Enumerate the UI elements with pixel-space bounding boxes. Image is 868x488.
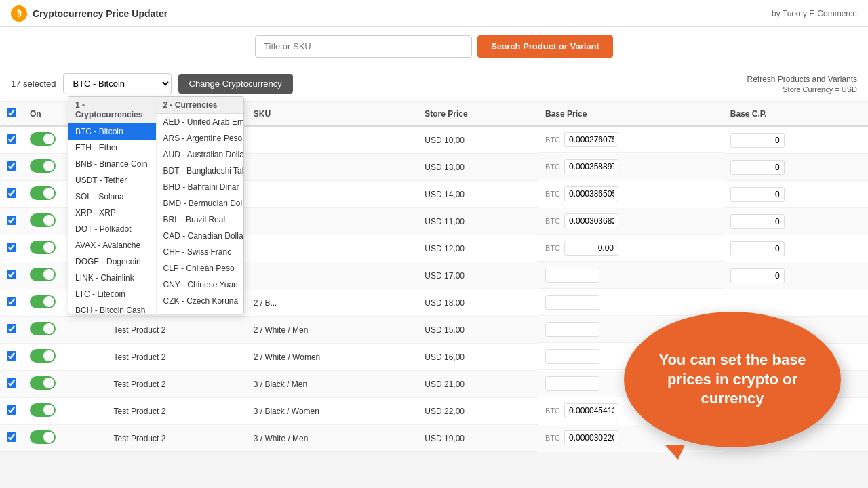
base-price-input[interactable] xyxy=(564,214,618,228)
row-base-price xyxy=(538,262,724,289)
base-price-input[interactable] xyxy=(564,186,618,201)
col-checkbox xyxy=(0,102,23,126)
row-variant: Test Product 2 xyxy=(107,398,247,425)
base-cp-input[interactable] xyxy=(730,241,785,256)
row-checkbox[interactable] xyxy=(7,324,16,333)
row-toggle[interactable] xyxy=(30,349,56,363)
crypto-column: 1 - Cryptocurrencies BTC - BitcoinETH - … xyxy=(68,97,157,314)
base-price-input[interactable] xyxy=(564,241,618,256)
dropdown-crypto-item[interactable]: BCH - Bitcoin Cash xyxy=(68,302,156,314)
row-toggle[interactable] xyxy=(30,403,56,417)
dropdown-crypto-item[interactable]: BTC - Bitcoin xyxy=(68,123,156,140)
base-cp-input[interactable] xyxy=(730,187,785,202)
row-toggle[interactable] xyxy=(30,159,56,173)
base-price-input[interactable] xyxy=(545,295,599,310)
row-toggle[interactable] xyxy=(30,295,56,308)
base-price-input[interactable] xyxy=(564,430,618,445)
dropdown-currency-item[interactable]: DKK - Danish Krone xyxy=(157,309,244,314)
row-store-price: USD 22,00 xyxy=(418,398,538,425)
row-checkbox-cell xyxy=(0,398,23,425)
row-checkbox[interactable] xyxy=(7,243,16,252)
search-input[interactable] xyxy=(255,35,472,58)
dropdown-currency-item[interactable]: BMD - Bermudian Dollar xyxy=(157,195,244,211)
base-cp-input[interactable] xyxy=(730,268,785,283)
dropdown-crypto-item[interactable]: AVAX - Avalanche xyxy=(68,237,156,253)
dropdown-crypto-item[interactable]: LTC - Litecoin xyxy=(68,286,156,302)
row-variant: Test Product 2 xyxy=(107,425,247,452)
row-checkbox[interactable] xyxy=(7,134,16,144)
info-bubble: You can set the base prices in crypto or… xyxy=(624,312,841,447)
dropdown-currency-item[interactable]: ARS - Argentine Peso xyxy=(157,130,244,146)
dropdown-crypto-item[interactable]: USDT - Tether xyxy=(68,172,156,188)
row-checkbox-cell xyxy=(0,154,23,181)
row-toggle[interactable] xyxy=(30,322,56,336)
select-all-checkbox[interactable] xyxy=(7,108,16,117)
row-toggle-cell xyxy=(23,425,107,452)
row-toggle[interactable] xyxy=(30,241,56,254)
row-store-price: USD 12,00 xyxy=(418,235,538,262)
base-price-input[interactable] xyxy=(545,268,599,283)
row-base-cp xyxy=(724,208,868,235)
base-cp-input[interactable] xyxy=(730,214,785,229)
dropdown-crypto-item[interactable]: LINK - Chainlink xyxy=(68,270,156,286)
search-button[interactable]: Search Product or Variant xyxy=(477,35,613,58)
row-checkbox[interactable] xyxy=(7,405,16,415)
dropdown-currency-item[interactable]: BHD - Bahraini Dinar xyxy=(157,179,244,195)
row-store-price: USD 14,00 xyxy=(418,181,538,208)
dropdown-crypto-item[interactable]: XRP - XRP xyxy=(68,205,156,221)
dropdown-crypto-item[interactable]: DOT - Polkadot xyxy=(68,221,156,237)
row-checkbox[interactable] xyxy=(7,270,16,279)
row-toggle[interactable] xyxy=(30,430,56,444)
row-toggle-cell xyxy=(23,371,107,398)
row-sku: 2 / B... xyxy=(247,289,418,317)
selected-count: 17 selected xyxy=(11,79,56,89)
dropdown-crypto-item[interactable]: BNB - Binance Coin xyxy=(68,156,156,172)
search-bar: Search Product or Variant xyxy=(0,27,868,66)
row-base-price xyxy=(538,289,724,316)
dropdown-currency-item[interactable]: CAD - Canadian Dollar xyxy=(157,228,244,244)
row-toggle[interactable] xyxy=(30,268,56,281)
row-sku: 3 / Black / Women xyxy=(247,398,418,425)
col-base-price: Base Price xyxy=(538,102,724,126)
header-left: ₿ Cryptocurrency Price Updater xyxy=(11,5,167,22)
row-toggle[interactable] xyxy=(30,214,56,227)
dropdown-currency-item[interactable]: AUD - Australian Dollar xyxy=(157,146,244,163)
row-toggle[interactable] xyxy=(30,376,56,390)
base-price-input[interactable] xyxy=(545,322,599,337)
base-price-input[interactable] xyxy=(545,349,599,364)
dropdown-crypto-item[interactable]: ETH - Ether xyxy=(68,140,156,156)
row-checkbox-cell xyxy=(0,317,23,344)
row-checkbox[interactable] xyxy=(7,378,16,388)
row-checkbox[interactable] xyxy=(7,161,16,171)
crypto-select[interactable]: BTC - Bitcoin xyxy=(63,73,172,94)
row-base-cp xyxy=(724,126,868,154)
row-toggle-cell xyxy=(23,398,107,425)
dropdown-currency-item[interactable]: CZK - Czech Koruna xyxy=(157,293,244,309)
base-price-input[interactable] xyxy=(545,376,599,391)
row-toggle[interactable] xyxy=(30,186,56,200)
dropdown-currency-item[interactable]: BDT - Bangladeshi Taka xyxy=(157,163,244,179)
base-cp-input[interactable] xyxy=(730,160,785,175)
dropdown-currency-item[interactable]: BRL - Brazil Real xyxy=(157,211,244,228)
dropdown-currency-item[interactable]: CLP - Chilean Peso xyxy=(157,260,244,277)
row-checkbox[interactable] xyxy=(7,216,16,225)
change-cryptocurrency-button[interactable]: Change Cryptocurrency xyxy=(178,74,293,94)
row-base-cp xyxy=(724,181,868,208)
dropdown-currency-item[interactable]: CNY - Chinese Yuan xyxy=(157,277,244,293)
base-price-input[interactable] xyxy=(564,159,618,174)
row-checkbox[interactable] xyxy=(7,432,16,442)
base-price-input[interactable] xyxy=(564,403,618,418)
row-checkbox[interactable] xyxy=(7,297,16,306)
base-price-input[interactable] xyxy=(564,132,618,147)
dropdown-currency-item[interactable]: CHF - Swiss Franc xyxy=(157,244,244,260)
dropdown-crypto-item[interactable]: DOGE - Dogecoin xyxy=(68,253,156,270)
base-cp-input[interactable] xyxy=(730,133,785,148)
row-checkbox[interactable] xyxy=(7,351,16,361)
row-base-price: BTC xyxy=(538,208,724,235)
row-toggle[interactable] xyxy=(30,132,56,146)
row-checkbox[interactable] xyxy=(7,188,16,198)
dropdown-crypto-item[interactable]: SOL - Solana xyxy=(68,188,156,205)
dropdown-currency-item[interactable]: AED - United Arab Emirates Dirham xyxy=(157,114,244,130)
header-by: by Turkey E-Commerce xyxy=(772,9,857,18)
refresh-link[interactable]: Refresh Products and Variants xyxy=(747,75,857,84)
